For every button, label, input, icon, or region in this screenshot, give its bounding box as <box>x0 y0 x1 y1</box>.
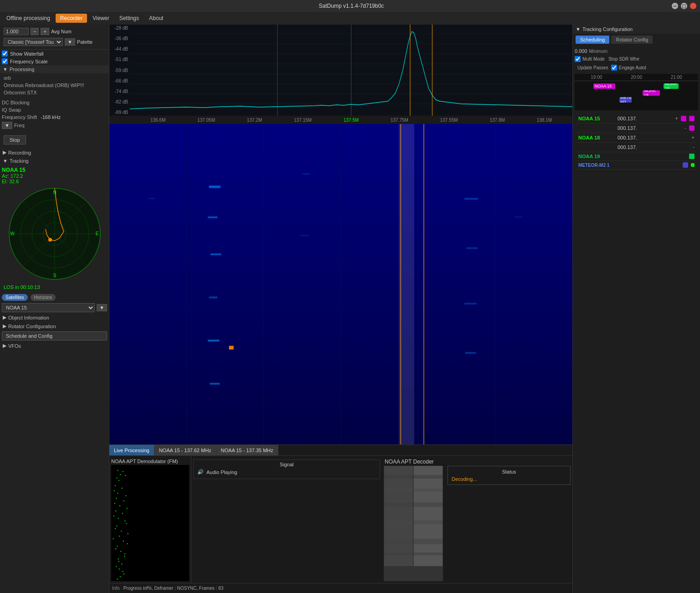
menu-offline-processing[interactable]: Offline processing <box>2 14 55 23</box>
svg-point-8 <box>48 238 52 242</box>
schedule-config-btn[interactable]: Schedule and Config <box>2 331 107 340</box>
recording-row[interactable]: ▶ Recording <box>0 148 109 157</box>
horizons-toggle-btn[interactable]: Horizons <box>31 294 56 301</box>
waterfall-area[interactable] <box>109 124 572 444</box>
svg-rect-79 <box>114 490 115 491</box>
avg-num-label: Avg Num <box>51 29 72 34</box>
close-button[interactable] <box>690 3 696 9</box>
sat-select[interactable]: NOAA 15 <box>2 303 95 312</box>
rotator-tab[interactable]: Rotator Config <box>611 36 653 44</box>
freq-axis: 136.6M 137.05M 137.2M 137.15M 137.5M 137… <box>109 116 572 124</box>
right-panel: ▼ Tracking Configuration Scheduling Rota… <box>572 25 700 593</box>
tracking-expand-icon: ▼ <box>3 158 8 164</box>
timeline-area: 19:00 20:00 21:00 NOAA 15 NOAA 18 NOAA 1… <box>575 74 698 110</box>
minimize-button[interactable]: − <box>672 3 678 9</box>
pipeline-orbcomm[interactable]: Orbcomm STX <box>2 89 107 96</box>
avg-num-increase[interactable]: + <box>41 28 49 35</box>
spectrum-area: -28 dB -36 dB -44 dB -51 dB -59 dB -66 d… <box>109 25 572 116</box>
audio-status: Audio Playing <box>206 469 237 475</box>
freq-label-1: 136.6M <box>150 118 165 123</box>
freq-label-2: 137.05M <box>197 118 215 123</box>
svg-rect-57 <box>115 485 116 486</box>
noaa15-plus[interactable]: + <box>675 115 678 122</box>
controls-section: − + Avg Num Classic [Youssef Touil] ▼ Pa… <box>0 25 109 50</box>
noaa15b-minus[interactable]: - <box>685 125 686 131</box>
noaa18-plus[interactable]: + <box>691 134 695 141</box>
avg-num-input[interactable] <box>4 28 29 35</box>
demod-area: NOAA APT Demodulator (FM) <box>109 455 572 583</box>
scheduling-tab[interactable]: Scheduling <box>576 36 609 44</box>
freq-label-4: 137.15M <box>294 118 312 123</box>
multi-mode-checkbox[interactable] <box>575 56 581 62</box>
svg-rect-72 <box>117 546 118 547</box>
freq-label-3: 137.2M <box>247 118 262 123</box>
demod-center-section: Signal 🔊 Audio Playing <box>191 456 382 583</box>
pass-noaa19[interactable]: NOAA 19 <box>664 83 679 89</box>
menu-viewer[interactable]: Viewer <box>88 14 113 23</box>
menu-recorder[interactable]: Recorder <box>56 14 87 23</box>
show-waterfall-checkbox[interactable] <box>2 51 8 57</box>
tracking-row[interactable]: ▼ Tracking <box>0 157 109 165</box>
palette-select[interactable]: Classic [Youssef Touil] <box>4 38 63 46</box>
svg-rect-49 <box>515 217 522 218</box>
vfos-row[interactable]: ▶ VFOs <box>0 341 109 350</box>
status-title: Status <box>450 468 568 475</box>
bottom-tabs: Live Processing NOAA 15 - 137.62 MHz NOA… <box>109 444 572 455</box>
noaa19-dot <box>689 154 695 159</box>
avg-num-decrease[interactable]: − <box>31 28 39 35</box>
svg-rect-84 <box>126 523 127 524</box>
object-info-label: Object Information <box>8 315 49 320</box>
freq-label-6: 137.75M <box>391 118 408 123</box>
center-panel: -28 dB -36 dB -44 dB -51 dB -59 dB -66 d… <box>109 25 572 593</box>
meteor-dot <box>683 162 688 168</box>
freq-shift-label: Frequency Shift <box>2 114 37 120</box>
svg-rect-81 <box>114 503 115 504</box>
pipeline-orb[interactable]: orb <box>2 74 107 82</box>
svg-text:E: E <box>95 231 98 236</box>
rotator-config-row[interactable]: ▶ Rotator Configuration <box>0 322 109 330</box>
tracking-section: NOAA 15 Az: 172.2 El: 32.6 <box>0 165 109 293</box>
engage-autot-checkbox[interactable] <box>611 65 617 71</box>
frequency-scale-checkbox[interactable] <box>2 58 8 64</box>
update-passes-label: Update Passes <box>577 65 608 70</box>
svg-rect-38 <box>209 297 217 299</box>
stop-button[interactable]: Stop <box>4 135 26 144</box>
app-title: SatDump v1.1.4-7d719b0c <box>31 3 672 9</box>
processing-header[interactable]: ▼ Processing <box>0 65 109 73</box>
pass-noaa18[interactable]: NOAA 18 <box>643 90 660 96</box>
tracking-config-header[interactable]: ▼ Tracking Configuration <box>573 25 700 34</box>
satellites-toggle-btn[interactable]: Satellites <box>2 294 28 301</box>
svg-rect-69 <box>121 531 122 531</box>
svg-rect-88 <box>127 543 128 544</box>
pipeline-list: orb Ominous Rebroadcast (ORB) WIP!!! Orb… <box>0 73 109 97</box>
menu-settings[interactable]: Settings <box>115 14 144 23</box>
min-label: Minimum <box>589 49 617 54</box>
maximize-button[interactable]: □ <box>681 3 687 9</box>
svg-rect-36 <box>208 217 217 218</box>
noaa18b-minus[interactable]: - <box>693 144 695 150</box>
pass-noaa15[interactable]: NOAA 15 <box>593 83 616 89</box>
palette-dropdown[interactable]: ▼ <box>65 38 75 46</box>
sat-dropdown-btn[interactable]: ▼ <box>97 304 107 311</box>
svg-rect-97 <box>384 466 413 566</box>
waterfall-svg <box>109 124 572 444</box>
svg-rect-46 <box>302 173 310 175</box>
tab-noaa15-137-62[interactable]: NOAA 15 - 137.62 MHz <box>154 445 216 455</box>
apt-image-svg <box>384 466 443 566</box>
svg-rect-91 <box>118 558 119 559</box>
menu-about[interactable]: About <box>144 14 168 23</box>
sat-row-noaa19: NOAA 19 <box>576 152 696 161</box>
object-info-row[interactable]: ▶ Object Information <box>0 313 109 322</box>
window-controls[interactable]: − □ <box>672 3 696 9</box>
pipeline-orb-wip[interactable]: Ominous Rebroadcast (ORB) WIP!!! <box>2 82 107 89</box>
recording-label: Recording <box>8 150 31 155</box>
tab-noaa15-137-35[interactable]: NOAA 15 - 137.35 MHz <box>216 445 278 455</box>
apt-status-area: Status Decoding... <box>448 466 571 581</box>
freq-label-7: 137.55M <box>440 118 458 123</box>
vfos-expand-icon: ▶ <box>3 343 6 349</box>
pass-meteor[interactable]: METEOR-M2 <box>619 97 632 103</box>
tab-live-processing[interactable]: Live Processing <box>109 445 154 455</box>
freq-dropdown-btn[interactable]: ▼ <box>2 122 12 129</box>
svg-rect-48 <box>148 198 155 199</box>
sat-row-noaa15b: 000.137. - <box>576 124 696 133</box>
